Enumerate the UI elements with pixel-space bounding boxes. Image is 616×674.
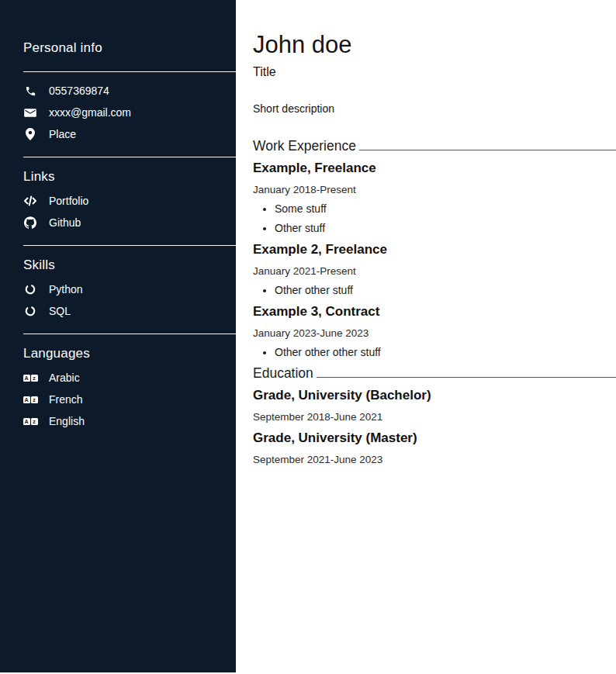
main-content: John doe Title Short description Work Ex…: [236, 0, 616, 674]
entry-date: September 2021-June 2023: [253, 454, 616, 466]
language-row-arabic: Az Arabic: [23, 371, 236, 385]
location-pin-icon: [23, 128, 37, 140]
short-description: Short description: [253, 102, 616, 115]
languages-list: Az Arabic Az French Az English: [23, 371, 236, 428]
links-heading: Links: [23, 169, 236, 185]
portfolio-link[interactable]: Portfolio: [23, 194, 236, 208]
portfolio-label: Portfolio: [49, 195, 88, 207]
entry-bullets: Some stuff Other stuff: [253, 202, 616, 235]
code-icon: [23, 195, 37, 206]
bullet-item: Some stuff: [275, 202, 616, 216]
entry-date: January 2021-Present: [253, 265, 616, 278]
place-row: Place: [23, 127, 236, 141]
work-experience-heading: Work Experience: [253, 138, 616, 154]
languages-heading: Languages: [23, 346, 236, 361]
bullet-item: Other stuff: [275, 222, 616, 235]
work-entry: Example 3, Contract January 2023-June 20…: [253, 305, 616, 359]
entry-title: Grade, University (Bachelor): [253, 389, 616, 403]
bullet-item: Other other stuff: [275, 284, 616, 297]
email-address: xxxx@gmail.com: [49, 106, 131, 119]
skill-label: SQL: [49, 305, 71, 317]
envelope-icon: [23, 108, 37, 118]
skill-row-sql: SQL: [23, 304, 236, 318]
links-list: Portfolio Github: [23, 194, 236, 230]
section-rule: [317, 377, 616, 378]
bullet-item: Other other other stuff: [275, 346, 616, 359]
language-icon: Az: [23, 375, 37, 382]
language-icon-left: A: [23, 375, 30, 382]
entry-title: Example 2, Freelance: [253, 243, 616, 257]
personal-info-heading: Personal info: [23, 40, 236, 56]
work-entry: Example, Freelance January 2018-Present …: [253, 161, 616, 235]
personal-info-list: 0557369874 xxxx@gmail.com Place: [23, 84, 236, 141]
section-label: Education: [253, 365, 313, 381]
phone-row: 0557369874: [23, 84, 236, 98]
sidebar-divider: [23, 71, 236, 72]
entry-title: Example, Freelance: [253, 161, 616, 175]
resume-page: Personal info 0557369874 xxxx@gmail.com …: [0, 0, 616, 674]
education-entry: Grade, University (Master) September 202…: [253, 431, 616, 466]
education-heading: Education: [253, 365, 616, 381]
entry-title: Grade, University (Master): [253, 431, 616, 445]
language-row-english: Az English: [23, 414, 236, 428]
entry-date: January 2018-Present: [253, 184, 616, 196]
entry-bullets: Other other other stuff: [253, 346, 616, 359]
github-label: Github: [49, 216, 81, 229]
language-label: English: [49, 415, 85, 427]
entry-date: January 2023-June 2023: [253, 327, 616, 340]
sidebar-divider: [23, 245, 236, 246]
language-icon-left: A: [23, 396, 30, 403]
education-entry: Grade, University (Bachelor) September 2…: [253, 389, 616, 423]
circle-notch-icon: [23, 284, 37, 295]
section-rule: [359, 150, 616, 150]
language-icon-left: A: [23, 418, 30, 425]
phone-number: 0557369874: [49, 85, 109, 97]
skills-list: Python SQL: [23, 282, 236, 318]
work-entry: Example 2, Freelance January 2021-Presen…: [253, 243, 616, 297]
github-icon: [23, 216, 37, 229]
skill-row-python: Python: [23, 282, 236, 296]
github-link[interactable]: Github: [23, 216, 236, 230]
skills-heading: Skills: [23, 258, 236, 273]
sidebar-divider: [23, 334, 236, 334]
person-name: John doe: [253, 31, 616, 59]
phone-icon: [23, 85, 37, 97]
language-row-french: Az French: [23, 392, 236, 406]
language-icon: Az: [23, 418, 37, 425]
language-label: Arabic: [49, 372, 80, 384]
language-icon-right: z: [31, 375, 38, 382]
sidebar-divider: [23, 157, 236, 157]
language-icon-right: z: [31, 396, 38, 403]
email-row: xxxx@gmail.com: [23, 105, 236, 119]
entry-bullets: Other other stuff: [253, 284, 616, 297]
language-icon-right: z: [31, 418, 38, 425]
sidebar: Personal info 0557369874 xxxx@gmail.com …: [0, 0, 236, 672]
language-icon: Az: [23, 396, 37, 403]
person-title: Title: [253, 64, 616, 79]
skill-label: Python: [49, 283, 83, 296]
language-label: French: [49, 393, 83, 406]
circle-notch-icon: [23, 306, 37, 316]
entry-date: September 2018-June 2021: [253, 411, 616, 423]
section-label: Work Experience: [253, 138, 356, 154]
entry-title: Example 3, Contract: [253, 305, 616, 319]
place-label: Place: [49, 128, 76, 140]
